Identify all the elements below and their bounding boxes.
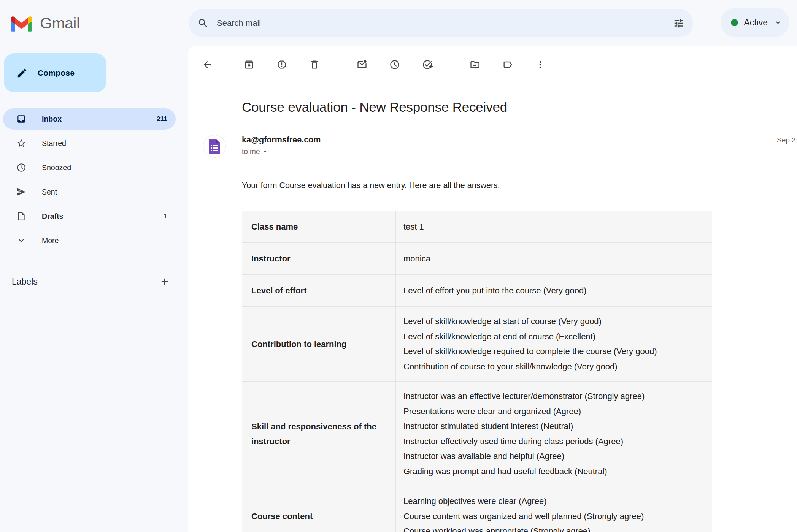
plus-icon	[159, 276, 170, 287]
send-icon	[16, 187, 26, 197]
clock-icon	[16, 163, 26, 173]
label-icon	[502, 59, 513, 70]
table-row: Class nametest 1	[242, 211, 712, 243]
archive-icon	[244, 59, 254, 70]
answer-value-line: Learning objectives were clear (Agree)	[403, 494, 703, 509]
labels-section-header: Labels	[0, 272, 188, 291]
add-task-icon	[422, 59, 433, 70]
answer-value-line: Instructor was an effective lecturer/dem…	[403, 389, 703, 404]
answer-value-line: test 1	[403, 219, 703, 234]
table-row: Course contentLearning objectives were c…	[242, 486, 712, 532]
answer-value-line: Course content was organized and well pl…	[403, 509, 703, 524]
chevron-down-icon	[773, 18, 783, 27]
compose-button[interactable]: Compose	[4, 53, 106, 92]
pencil-icon	[16, 67, 28, 79]
create-label-button[interactable]	[156, 272, 174, 291]
toolbar-divider	[451, 57, 451, 72]
sender-block: ka@gformsfree.com to me	[242, 135, 321, 156]
answer-value-line: Contribution of course to your skill/kno…	[403, 359, 703, 374]
answer-value-line: Grading was prompt and had useful feedba…	[403, 464, 703, 479]
clock-icon	[389, 59, 400, 70]
sidebar-item-inbox[interactable]: Inbox211	[3, 108, 176, 130]
answer-value-line: Level of skill/knowledge at start of cou…	[403, 314, 703, 329]
sidebar-item-label: Inbox	[42, 115, 62, 124]
answer-value: Level of skill/knowledge at start of cou…	[396, 307, 712, 381]
report-spam-icon	[276, 59, 287, 70]
add-to-tasks-button[interactable]	[418, 55, 437, 74]
compose-label: Compose	[38, 68, 75, 78]
answer-value-line: Instructor stimulated student interest (…	[403, 419, 703, 434]
search-button[interactable]	[194, 14, 212, 32]
answer-label: Level of effort	[242, 275, 396, 306]
delete-button[interactable]	[305, 55, 324, 74]
archive-button[interactable]	[240, 55, 258, 74]
chevron-down-icon-wrap	[16, 236, 26, 245]
arrow-back-icon	[202, 59, 213, 70]
tune-icon	[673, 17, 684, 29]
star-icon	[16, 138, 26, 148]
gmail-wordmark: Gmail	[40, 14, 80, 32]
answer-value-line: monica	[403, 251, 703, 266]
send-icon-wrap	[16, 187, 26, 197]
status-label: Active	[744, 17, 768, 28]
unread-count-badge: 211	[157, 115, 167, 123]
answer-label: Contribution to learning	[242, 307, 396, 381]
google-forms-icon	[209, 139, 220, 154]
sidebar-item-sent[interactable]: Sent	[3, 181, 176, 203]
email-intro-text: Your form Course evaluation has a new en…	[242, 181, 797, 190]
sidebar-item-label: Drafts	[42, 212, 63, 221]
search-options-button[interactable]	[670, 14, 688, 32]
labels-button[interactable]	[499, 55, 517, 74]
sidebar: Compose Inbox211StarredSnoozedSentDrafts…	[0, 46, 188, 532]
chevron-down-icon	[16, 236, 26, 245]
sidebar-item-label: More	[42, 236, 59, 245]
sidebar-item-more[interactable]: More	[3, 230, 176, 251]
move-to-button[interactable]	[466, 55, 484, 74]
answers-table: Class nametest 1InstructormonicaLevel of…	[242, 211, 712, 532]
answer-value-line: Course workload was appropriate (Strongl…	[403, 524, 703, 532]
star-icon-wrap	[16, 138, 26, 148]
answer-value-line: Level of skill/knowledge required to com…	[403, 344, 703, 359]
report-spam-button[interactable]	[273, 55, 291, 74]
sidebar-item-snoozed[interactable]: Snoozed	[3, 157, 176, 178]
answer-label: Course content	[242, 486, 396, 532]
answer-value: Instructor was an effective lecturer/dem…	[396, 382, 712, 486]
sidebar-item-label: Sent	[42, 188, 57, 196]
sidebar-nav: Inbox211StarredSnoozedSentDrafts1More	[0, 108, 188, 251]
move-to-icon	[470, 59, 480, 70]
unread-count-badge: 1	[164, 212, 167, 220]
mark-unread-icon	[357, 59, 367, 70]
sidebar-item-drafts[interactable]: Drafts1	[3, 206, 176, 227]
more-options-button[interactable]	[531, 55, 549, 74]
search-bar[interactable]	[189, 9, 693, 37]
sidebar-item-label: Starred	[42, 139, 66, 148]
recipient-details-toggle[interactable]: to me	[242, 147, 321, 156]
back-button[interactable]	[198, 55, 216, 74]
search-icon	[197, 17, 209, 29]
email-view: Course evaluation - New Response Receive…	[188, 46, 797, 532]
sidebar-item-starred[interactable]: Starred	[3, 133, 176, 154]
table-row: Skill and responsiveness of the instruct…	[242, 382, 712, 486]
sidebar-item-label: Snoozed	[42, 163, 71, 172]
mark-unread-button[interactable]	[353, 55, 371, 74]
search-input[interactable]	[217, 18, 670, 28]
answer-value-line: Instructor was available and helpful (Ag…	[403, 449, 703, 464]
delete-icon	[309, 59, 320, 70]
answer-value-line: Instructor effectively used time during …	[403, 434, 703, 449]
answer-label: Skill and responsiveness of the instruct…	[242, 382, 396, 486]
email-date: Sep 2	[777, 136, 796, 144]
status-selector[interactable]: Active	[721, 8, 789, 37]
snooze-button[interactable]	[386, 55, 404, 74]
answer-value-line: Level of effort you put into the course …	[403, 283, 703, 298]
top-bar: Gmail Active	[0, 0, 797, 46]
draft-icon-wrap	[16, 211, 26, 221]
table-row: Contribution to learningLevel of skill/k…	[242, 307, 712, 382]
answer-value-line: Level of skill/knowledge at end of cours…	[403, 329, 703, 344]
toolbar-divider	[338, 57, 338, 72]
recipient-label: to me	[242, 147, 260, 156]
answer-value-line: Presentations were clear and organized (…	[403, 404, 703, 419]
email-header: ka@gformsfree.com to me Sep 2	[188, 135, 797, 157]
answer-label: Class name	[242, 211, 396, 242]
table-row: Instructormonica	[242, 243, 712, 275]
gmail-logo[interactable]: Gmail	[11, 0, 80, 46]
